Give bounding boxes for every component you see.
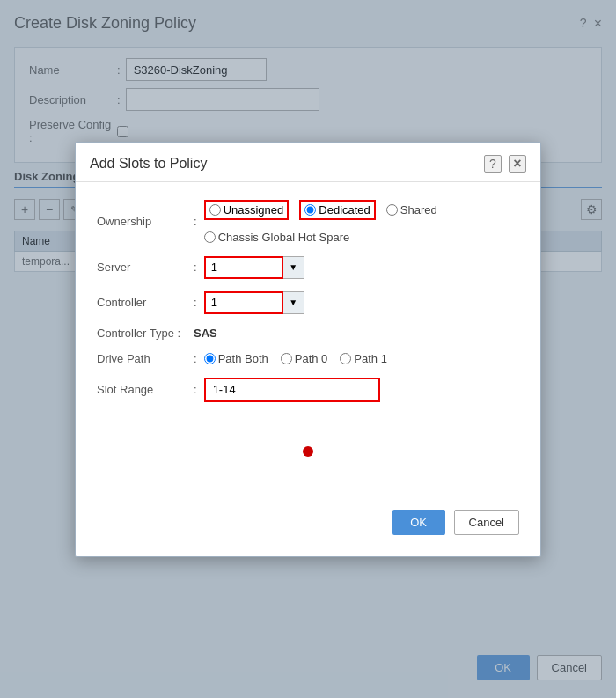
drive-path-radio-group: Path Both Path 0 Path 1 (204, 352, 519, 365)
controller-select-wrapper: ▼ (204, 291, 304, 314)
path-0-radio-item[interactable]: Path 0 (281, 352, 328, 365)
modal-header-icons: ? × (484, 155, 526, 173)
modal-cancel-button[interactable]: Cancel (454, 510, 519, 535)
path-1-radio[interactable] (340, 353, 351, 364)
modal-footer: OK Cancel (76, 501, 540, 539)
controller-dropdown-arrow[interactable]: ▼ (283, 291, 304, 314)
ownership-radio-group: Unassigned Dedicated Shared Chassis Glob… (204, 200, 519, 244)
drive-path-row: Drive Path : Path Both Path 0 Path 1 (97, 352, 519, 365)
shared-radio-item[interactable]: Shared (386, 203, 437, 217)
path-both-label: Path Both (218, 352, 268, 365)
red-dot-indicator (303, 446, 313, 457)
controller-input[interactable] (204, 291, 283, 314)
dedicated-label: Dedicated (319, 203, 370, 217)
modal-title: Add Slots to Policy (90, 156, 207, 172)
path-1-label: Path 1 (354, 352, 387, 365)
modal-overlay: Add Slots to Policy ? × Ownership : Unas… (0, 0, 616, 698)
slot-range-input[interactable] (204, 378, 380, 402)
chassis-radio[interactable] (204, 231, 216, 243)
controller-type-row: Controller Type : SAS (97, 327, 519, 340)
server-dropdown-arrow[interactable]: ▼ (283, 256, 304, 279)
modal-close-icon[interactable]: × (509, 155, 526, 173)
controller-label: Controller (97, 296, 194, 309)
shared-label: Shared (400, 203, 437, 217)
drive-path-label: Drive Path (97, 352, 194, 365)
ownership-row: Ownership : Unassigned Dedicated Shared (97, 200, 519, 244)
path-0-label: Path 0 (295, 352, 328, 365)
indicator-area (97, 420, 519, 483)
unassigned-radio[interactable] (209, 204, 221, 216)
controller-type-label: Controller Type : (97, 327, 194, 340)
dedicated-radio-wrapper[interactable]: Dedicated (299, 200, 376, 220)
modal-body: Ownership : Unassigned Dedicated Shared (76, 182, 540, 501)
server-input[interactable] (204, 256, 283, 279)
unassigned-radio-wrapper[interactable]: Unassigned (204, 200, 290, 220)
path-0-radio[interactable] (281, 353, 292, 364)
slot-range-row: Slot Range : (97, 378, 519, 402)
modal-ok-button[interactable]: OK (392, 510, 445, 535)
path-1-radio-item[interactable]: Path 1 (340, 352, 387, 365)
controller-type-value: SAS (194, 327, 217, 340)
server-label: Server (97, 261, 194, 274)
ownership-label: Ownership (97, 215, 194, 228)
controller-row: Controller : ▼ (97, 291, 519, 314)
server-select-wrapper: ▼ (204, 256, 304, 279)
chassis-hot-spare-radio-item[interactable]: Chassis Global Hot Spare (204, 231, 350, 244)
slot-range-label: Slot Range (97, 383, 194, 396)
path-both-radio-item[interactable]: Path Both (204, 352, 268, 365)
drive-path-colon: : (194, 352, 197, 365)
server-row: Server : ▼ (97, 256, 519, 279)
slot-range-colon: : (194, 383, 197, 396)
unassigned-label: Unassigned (224, 203, 284, 217)
path-both-radio[interactable] (204, 353, 216, 364)
server-colon: : (194, 261, 197, 274)
shared-radio[interactable] (386, 204, 398, 216)
modal-header: Add Slots to Policy ? × (76, 143, 540, 182)
dedicated-radio[interactable] (304, 204, 316, 216)
modal-help-icon[interactable]: ? (484, 155, 502, 173)
chassis-label: Chassis Global Hot Spare (218, 231, 350, 244)
controller-colon: : (194, 296, 197, 309)
ownership-colon: : (194, 215, 197, 228)
modal-dialog: Add Slots to Policy ? × Ownership : Unas… (75, 142, 541, 557)
